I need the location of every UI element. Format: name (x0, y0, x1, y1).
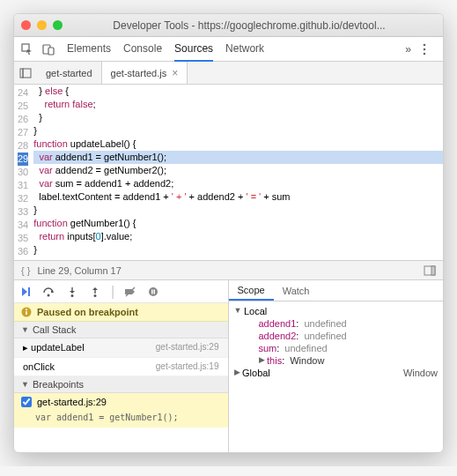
code-line: } (33, 204, 443, 217)
code-line: return false; (33, 98, 443, 111)
tab-elements[interactable]: Elements (67, 37, 111, 62)
line-number[interactable]: 29 (18, 152, 28, 166)
line-number[interactable]: 36 (18, 245, 28, 258)
pause-exceptions-icon[interactable] (146, 285, 160, 299)
triangle-down-icon: ▼ (234, 306, 244, 316)
window-controls (21, 20, 63, 30)
tab-sources[interactable]: Sources (174, 37, 213, 62)
svg-rect-2 (48, 48, 54, 55)
main-toolbar: Elements Console Sources Network » (14, 37, 443, 62)
devtools-window: Developer Tools - https://googlechrome.g… (13, 13, 444, 453)
svg-point-13 (94, 294, 97, 297)
debugger-left: | Paused on breakpoint ▼ Call Stack ▸ up… (14, 280, 229, 452)
filetab-get-started-js[interactable]: get-started.js × (102, 62, 188, 84)
svg-rect-10 (28, 287, 30, 296)
tab-watch[interactable]: Watch (274, 280, 319, 301)
step-into-icon[interactable] (65, 285, 79, 299)
breakpoints-header[interactable]: ▼ Breakpoints (14, 376, 228, 393)
line-number[interactable]: 24 (18, 86, 28, 100)
pause-text: Paused on breakpoint (37, 307, 138, 317)
navigator-icon[interactable] (14, 68, 37, 78)
pause-message: Paused on breakpoint (14, 303, 228, 322)
line-number[interactable]: 25 (18, 100, 28, 113)
svg-point-15 (149, 287, 158, 296)
tab-network[interactable]: Network (225, 37, 264, 62)
tab-console[interactable]: Console (123, 37, 162, 62)
code-editor[interactable]: 24252627282930313233343536 } else { retu… (14, 85, 443, 260)
code-line: label.textContent = addend1 + ' + ' + ad… (33, 190, 443, 204)
code-line: } (33, 111, 443, 124)
stack-frame[interactable]: onClickget-started.js:19 (14, 358, 228, 376)
scope-var[interactable]: sum:undefined (234, 342, 439, 354)
deactivate-breakpoints-icon[interactable] (123, 285, 137, 299)
file-tabs: get-started get-started.js × (14, 62, 443, 85)
line-number[interactable]: 35 (18, 232, 28, 245)
scope-tabs: Scope Watch (229, 280, 444, 301)
line-number[interactable]: 28 (18, 139, 28, 152)
resume-icon[interactable] (19, 285, 33, 299)
svg-point-5 (424, 52, 426, 55)
cursor-position: Line 29, Column 17 (37, 265, 121, 276)
svg-rect-19 (26, 311, 27, 315)
breakpoint-checkbox[interactable] (21, 397, 32, 407)
tab-scope[interactable]: Scope (229, 280, 274, 301)
stack-frame[interactable]: ▸ updateLabelget-started.js:29 (14, 338, 228, 358)
line-gutter: 24252627282930313233343536 (14, 85, 33, 260)
svg-point-12 (71, 294, 74, 297)
code-line: } else { (33, 85, 443, 98)
filetab-label: get-started (46, 68, 92, 78)
scope-var[interactable]: addend1:undefined (234, 317, 439, 330)
filetab-get-started[interactable]: get-started (37, 62, 102, 84)
code-lines: } else { return false; }}function update… (33, 85, 443, 260)
scope-var[interactable]: addend2:undefined (234, 330, 439, 342)
code-line: function updateLabel() { (33, 138, 443, 151)
more-tabs-icon[interactable]: » (405, 43, 411, 56)
code-line: } (33, 243, 443, 257)
window-title: Developer Tools - https://googlechrome.g… (63, 19, 436, 32)
svg-point-11 (48, 294, 50, 296)
sidebar-toggle-icon[interactable] (424, 265, 436, 276)
debugger-controls: | (14, 280, 228, 303)
code-line: var addend1 = getNumber1(); (33, 151, 443, 164)
debugger-pane: | Paused on breakpoint ▼ Call Stack ▸ up… (14, 279, 443, 452)
pretty-print-icon[interactable]: { } (21, 265, 30, 276)
zoom-dot[interactable] (53, 20, 63, 30)
line-number[interactable]: 33 (18, 205, 28, 219)
line-number[interactable]: 34 (18, 219, 28, 232)
callstack-list: ▸ updateLabelget-started.js:29onClickget… (14, 338, 228, 376)
debugger-right: Scope Watch ▼ Local addend1:undefinedadd… (229, 280, 444, 452)
scope-body: ▼ Local addend1:undefinedaddend2:undefin… (229, 301, 444, 452)
code-line: var addend2 = getNumber2(); (33, 164, 443, 177)
inspect-icon[interactable] (19, 41, 35, 57)
line-number[interactable]: 27 (18, 126, 28, 139)
close-dot[interactable] (21, 20, 31, 30)
triangle-right-icon: ▶ (259, 355, 268, 366)
line-number[interactable]: 32 (18, 192, 28, 205)
minimize-dot[interactable] (37, 20, 47, 30)
menu-icon[interactable] (416, 41, 432, 57)
line-number[interactable]: 31 (18, 179, 28, 192)
close-icon[interactable]: × (172, 67, 178, 79)
code-line: var sum = addend1 + addend2; (33, 177, 443, 190)
info-icon (21, 307, 32, 317)
step-out-icon[interactable] (88, 285, 102, 299)
svg-point-20 (26, 309, 27, 310)
breakpoints-list: get-started.js:29var addend1 = getNumber… (14, 393, 228, 428)
svg-point-4 (424, 48, 426, 50)
scope-global[interactable]: ▶ Global Window (234, 367, 439, 379)
scope-local[interactable]: ▼ Local (234, 305, 439, 317)
code-line: return inputs[0].value; (33, 230, 443, 243)
line-number[interactable]: 30 (18, 166, 28, 179)
code-line: function getNumber1() { (33, 217, 443, 230)
status-bar: { } Line 29, Column 17 (14, 260, 443, 279)
svg-point-3 (424, 43, 426, 46)
breakpoint-item[interactable]: get-started.js:29 (14, 393, 228, 411)
line-number[interactable]: 26 (18, 113, 28, 126)
svg-rect-16 (151, 289, 153, 294)
filetab-label: get-started.js (111, 68, 167, 78)
device-icon[interactable] (41, 41, 56, 57)
breakpoint-code: var addend1 = getNumber1(); (14, 411, 228, 428)
callstack-header[interactable]: ▼ Call Stack (14, 322, 228, 338)
scope-this[interactable]: ▶ this: Window (234, 354, 439, 367)
step-over-icon[interactable] (42, 285, 56, 299)
